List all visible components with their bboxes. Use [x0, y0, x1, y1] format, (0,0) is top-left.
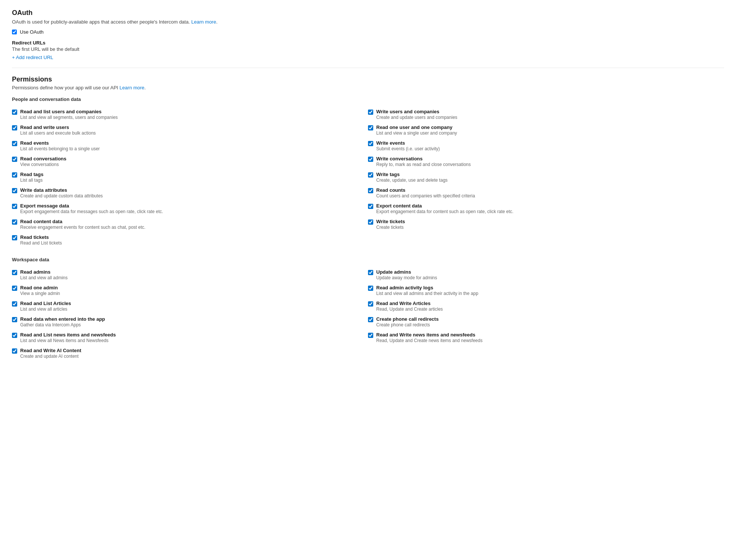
perm-checkbox-left-1-3[interactable]	[12, 317, 17, 322]
perm-item: Write tagsCreate, update, use and delete…	[368, 169, 724, 185]
permissions-subtitle: Permissions define how your app will use…	[12, 85, 724, 90]
perm-checkbox-left-0-7[interactable]	[12, 219, 17, 225]
perm-desc: List and view all admins and their activ…	[376, 291, 478, 296]
perm-desc: Count users and companies with specified…	[376, 193, 475, 199]
section-divider	[12, 68, 724, 68]
use-oauth-label[interactable]: Use OAuth	[20, 29, 44, 35]
plus-icon: +	[12, 55, 15, 60]
perm-checkbox-left-1-4[interactable]	[12, 333, 17, 338]
oauth-title: OAuth	[12, 9, 724, 17]
perm-name: Export message data	[20, 203, 163, 209]
perm-name: Read and Write Articles	[376, 301, 443, 306]
perm-checkbox-left-1-2[interactable]	[12, 301, 17, 307]
perm-name: Write data attributes	[20, 187, 103, 193]
perm-checkbox-left-1-1[interactable]	[12, 286, 17, 291]
perm-item: Write eventsSubmit events (i.e. user act…	[368, 138, 724, 154]
perm-checkbox-left-0-4[interactable]	[12, 172, 17, 178]
perm-name: Write tickets	[376, 219, 405, 224]
perm-item: Read and list users and companiesList an…	[12, 107, 368, 122]
perm-desc: Create phone call redirects	[376, 322, 439, 327]
perm-checkbox-right-0-6[interactable]	[368, 204, 373, 209]
permissions-grid-1: Read adminsList and view all adminsRead …	[12, 267, 724, 361]
perm-name: Read events	[20, 140, 100, 146]
perm-item: Write data attributesCreate and update c…	[12, 185, 368, 201]
perm-item: Read data when entered into the appGathe…	[12, 314, 368, 330]
perm-item: Write users and companiesCreate and upda…	[368, 107, 724, 122]
perm-name: Read admins	[20, 269, 68, 275]
permissions-right-col-1: Update adminsUpdate away mode for admins…	[368, 267, 724, 361]
perm-name: Read and List news items and newsfeeds	[20, 332, 116, 338]
use-oauth-row: Use OAuth	[12, 29, 724, 35]
perm-item: Read adminsList and view all admins	[12, 267, 368, 283]
perm-checkbox-left-0-3[interactable]	[12, 157, 17, 162]
perm-checkbox-left-0-2[interactable]	[12, 141, 17, 146]
perm-checkbox-left-0-8[interactable]	[12, 235, 17, 240]
perm-item: Create phone call redirectsCreate phone …	[368, 314, 724, 330]
use-oauth-checkbox[interactable]	[12, 30, 17, 34]
perm-name: Read tags	[20, 172, 43, 177]
perm-item: Read countsCount users and companies wit…	[368, 185, 724, 201]
perm-name: Read data when entered into the app	[20, 316, 105, 322]
perm-name: Read and Write AI Content	[20, 348, 81, 353]
perm-checkbox-left-1-5[interactable]	[12, 348, 17, 354]
perm-checkbox-right-0-7[interactable]	[368, 219, 373, 225]
perm-item: Write ticketsCreate tickets	[368, 216, 724, 232]
perm-name: Read tickets	[20, 234, 62, 240]
perm-name: Read and List Articles	[20, 301, 71, 306]
perm-desc: Receive engagement events for content su…	[20, 225, 145, 230]
perm-checkbox-right-1-0[interactable]	[368, 270, 373, 275]
perm-desc: Export engagement data for content such …	[376, 209, 513, 214]
category-label-0: People and conversation data	[12, 96, 724, 102]
perm-item: Read and Write ArticlesRead, Update and …	[368, 298, 724, 314]
perm-checkbox-right-0-4[interactable]	[368, 172, 373, 178]
perm-desc: List all tags	[20, 178, 43, 183]
permissions-title: Permissions	[12, 76, 724, 83]
perm-checkbox-left-0-5[interactable]	[12, 188, 17, 193]
redirect-urls-title: Redirect URLs	[12, 40, 724, 46]
perm-name: Read content data	[20, 219, 145, 224]
perm-desc: Read and List tickets	[20, 240, 62, 246]
perm-checkbox-right-0-3[interactable]	[368, 157, 373, 162]
perm-name: Update admins	[376, 269, 437, 275]
perm-checkbox-left-0-0[interactable]	[12, 110, 17, 115]
perm-item: Export message dataExport engagement dat…	[12, 201, 368, 216]
oauth-subtitle: OAuth is used for publicly-available app…	[12, 19, 724, 25]
perm-name: Create phone call redirects	[376, 316, 439, 322]
permissions-learn-more-link[interactable]: Learn more	[120, 85, 144, 90]
perm-checkbox-right-0-2[interactable]	[368, 141, 373, 146]
oauth-learn-more-link[interactable]: Learn more	[191, 19, 216, 25]
perm-desc: List and view all admins	[20, 275, 68, 280]
perm-checkbox-right-1-4[interactable]	[368, 333, 373, 338]
permissions-container: People and conversation dataRead and lis…	[12, 96, 724, 361]
perm-desc: Reply to, mark as read and close convers…	[376, 162, 471, 167]
perm-item: Read and write usersList all users and e…	[12, 122, 368, 138]
perm-desc: Create, update, use and delete tags	[376, 178, 448, 183]
perm-name: Write events	[376, 140, 440, 146]
perm-desc: Gather data via Intercom Apps	[20, 322, 105, 327]
perm-checkbox-left-0-1[interactable]	[12, 125, 17, 130]
perm-name: Read one admin	[20, 285, 60, 290]
perm-checkbox-right-0-1[interactable]	[368, 125, 373, 130]
permissions-grid-0: Read and list users and companiesList an…	[12, 107, 724, 248]
perm-checkbox-right-1-3[interactable]	[368, 317, 373, 322]
add-redirect-url-link[interactable]: + Add redirect URL	[12, 55, 53, 60]
perm-desc: Create and update custom data attributes	[20, 193, 103, 199]
perm-checkbox-right-1-1[interactable]	[368, 286, 373, 291]
perm-item: Read conversationsView conversations	[12, 154, 368, 169]
redirect-urls-hint: The first URL will be the default	[12, 46, 724, 52]
perm-checkbox-left-0-6[interactable]	[12, 204, 17, 209]
perm-name: Read admin activity logs	[376, 285, 478, 290]
perm-item: Read and Write news items and newsfeedsR…	[368, 330, 724, 345]
perm-desc: Export engagement data for messages such…	[20, 209, 163, 214]
permissions-left-col-1: Read adminsList and view all adminsRead …	[12, 267, 368, 361]
redirect-urls-section: Redirect URLs The first URL will be the …	[12, 40, 724, 60]
perm-desc: Create tickets	[376, 225, 405, 230]
perm-checkbox-right-0-0[interactable]	[368, 110, 373, 115]
perm-desc: List all events belonging to a single us…	[20, 146, 100, 151]
perm-item: Read ticketsRead and List tickets	[12, 232, 368, 248]
perm-desc: List and view all News items and Newsfee…	[20, 338, 116, 343]
perm-checkbox-right-0-5[interactable]	[368, 188, 373, 193]
perm-checkbox-right-1-2[interactable]	[368, 301, 373, 307]
perm-item: Update adminsUpdate away mode for admins	[368, 267, 724, 283]
perm-checkbox-left-1-0[interactable]	[12, 270, 17, 275]
